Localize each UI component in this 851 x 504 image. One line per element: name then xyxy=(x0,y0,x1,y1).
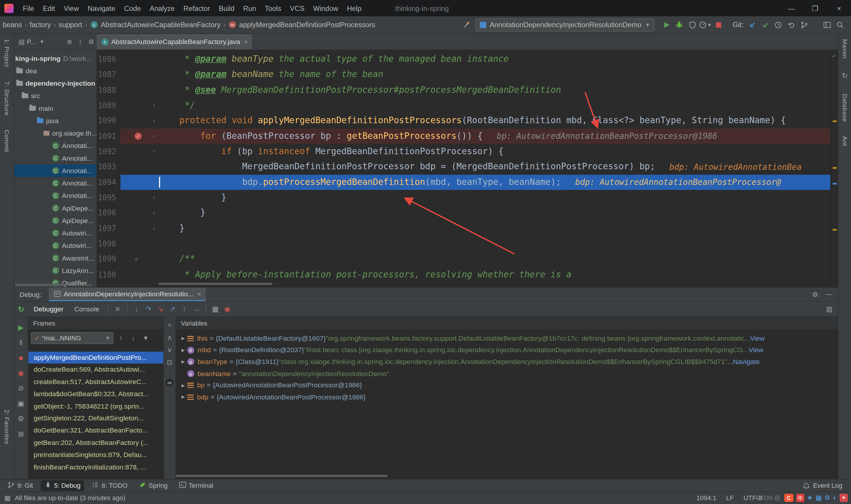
breadcrumb-item[interactable]: support xyxy=(58,21,83,29)
stripe-button-database[interactable]: Database xyxy=(841,94,848,122)
line-number[interactable]: 1097 xyxy=(97,221,121,236)
stripe-button-favorites[interactable]: 2: Favorites xyxy=(3,410,10,444)
stack-frame[interactable]: applyMergedBeanDefinitionPostPro... xyxy=(29,352,163,364)
stack-frame[interactable]: finishBeanFactoryInitialization:878, ... xyxy=(29,461,163,473)
stripe-button-commit[interactable]: Commit xyxy=(3,129,10,152)
line-number[interactable]: 1098 xyxy=(97,236,121,251)
step-into-icon[interactable]: ↘ xyxy=(155,305,166,313)
tree-item[interactable]: CAnnotati... xyxy=(14,140,97,152)
menu-view[interactable]: View xyxy=(59,0,83,16)
editor-gutter[interactable] xyxy=(121,175,159,190)
menu-vcs[interactable]: VCS xyxy=(286,0,309,16)
toolwindow-button-git[interactable]: 9: Git xyxy=(4,480,37,491)
show-watches-icon[interactable]: ∞ xyxy=(165,379,174,386)
breadcrumb-item[interactable]: AbstractAutowireCapableBeanFactory xyxy=(101,21,221,29)
gear-icon[interactable]: ⚙ xyxy=(86,38,97,46)
tree-item[interactable]: CAutowiri... xyxy=(14,239,97,252)
tree-item[interactable]: CAnnotati... xyxy=(14,190,97,202)
show-execution-point-icon[interactable]: ↓ xyxy=(131,305,142,313)
variables-horizontal-scrollbar[interactable] xyxy=(176,475,387,477)
fold-icon[interactable]: ∨ xyxy=(152,134,155,139)
resume-icon[interactable]: ▶ xyxy=(18,324,24,332)
line-number[interactable]: 1099 xyxy=(97,251,121,267)
editor-gutter[interactable] xyxy=(121,67,159,83)
line-number[interactable]: 1088 xyxy=(97,83,121,98)
editor-gutter[interactable] xyxy=(121,267,159,282)
toolwindow-button-todo[interactable]: 6: TODO xyxy=(88,480,131,491)
variable-row[interactable]: ▶pmbd={RootBeanDefinition@2037} "Root be… xyxy=(176,344,838,356)
fold-icon[interactable]: ∧ xyxy=(152,226,155,231)
pause-icon[interactable]: ‖ xyxy=(19,339,22,347)
code-line[interactable]: 1087 * @param beanName the name of the b… xyxy=(97,67,830,83)
tree-item[interactable]: CAnnotati... xyxy=(14,177,97,190)
tree-item[interactable]: king-in-springD:\work... xyxy=(14,52,97,65)
tree-item[interactable]: CLazyAnn... xyxy=(14,264,97,276)
expand-arrow-icon[interactable]: ▶ xyxy=(179,383,187,388)
editor-gutter[interactable]: ∨ xyxy=(121,144,159,159)
tree-item[interactable]: org.xiaoge.th... xyxy=(14,127,97,140)
debug-session-tab[interactable]: AnnotationDependencyInjectionResolutio..… xyxy=(49,287,206,301)
editor-gutter[interactable] xyxy=(121,51,159,67)
stripe-mark[interactable] xyxy=(833,121,837,122)
rerun-icon[interactable]: ↻ xyxy=(14,305,29,313)
run-to-cursor-icon[interactable]: → xyxy=(190,305,202,313)
stripe-mark[interactable] xyxy=(833,183,837,185)
line-number[interactable]: 1089 xyxy=(97,98,121,113)
gear-icon[interactable]: ⚙ xyxy=(812,290,818,299)
code-line[interactable]: 1099≡ /** xyxy=(97,251,830,267)
git-update-icon[interactable] xyxy=(746,19,759,31)
breadcrumb-item[interactable]: factory xyxy=(29,21,51,29)
run-configuration-select[interactable]: AnnotationDependencyInjectionResolutionD… xyxy=(475,18,654,31)
variable-row[interactable]: ▶this={DefaultListableBeanFactory@1607} … xyxy=(176,332,838,344)
mute-breakpoints-icon[interactable]: ◉ xyxy=(221,305,233,313)
line-number[interactable]: 1087 xyxy=(97,67,121,83)
stop-button[interactable] xyxy=(712,19,725,31)
code-line[interactable]: 1091✓∨ for (BeanPostProcessor bp : getBe… xyxy=(97,128,830,144)
toolwindow-button-debug[interactable]: 5: Debug xyxy=(40,480,84,491)
line-number[interactable]: 1100 xyxy=(97,267,121,282)
expand-icon[interactable]: ∨ xyxy=(167,346,172,354)
maximize-button[interactable]: ❐ xyxy=(803,0,827,16)
line-number[interactable]: 1091 xyxy=(97,128,121,144)
debug-button[interactable] xyxy=(673,19,686,31)
editor-gutter[interactable] xyxy=(121,159,159,175)
view-breakpoints-icon[interactable]: ▦ xyxy=(210,305,221,313)
mute-breakpoints-icon[interactable]: ⊘ xyxy=(18,384,24,392)
code-line[interactable]: 1092∨ if (bp instanceof MergedBeanDefini… xyxy=(97,144,830,159)
expand-arrow-icon[interactable]: ▶ xyxy=(179,360,187,364)
editor-horizontal-scrollbar[interactable] xyxy=(158,283,272,285)
step-out-icon[interactable]: ↗ xyxy=(166,305,178,313)
tree-item[interactable]: src xyxy=(14,90,97,102)
stack-frame[interactable]: doGetBean:321, AbstractBeanFacto... xyxy=(29,425,163,437)
view-breakpoints-icon[interactable]: ◉ xyxy=(18,369,24,377)
drop-frame-icon[interactable]: ↑ xyxy=(179,305,190,313)
project-horizontal-scrollbar[interactable] xyxy=(15,284,65,286)
layout-icon[interactable] xyxy=(820,19,834,31)
tree-item[interactable]: CApiDepe... xyxy=(14,215,97,227)
tree-item[interactable]: CAnnotati... xyxy=(14,165,97,177)
coverage-button[interactable] xyxy=(686,19,699,31)
code-line[interactable]: 1100 * Apply before-instantiation post-p… xyxy=(97,267,830,282)
copy-icon[interactable]: ⊡ xyxy=(167,359,172,366)
stack-frame[interactable]: getBean:202, AbstractBeanFactory (... xyxy=(29,437,163,449)
editor-gutter[interactable] xyxy=(121,83,159,98)
stripe-mark[interactable] xyxy=(833,167,837,169)
event-log-button[interactable]: Event Log xyxy=(802,482,842,489)
editor-error-stripe[interactable]: ✓ xyxy=(830,50,838,287)
gear-icon[interactable]: ⚙ xyxy=(18,414,24,423)
editor-gutter[interactable] xyxy=(121,236,159,251)
stack-frame[interactable]: getSingleton:222, DefaultSingleton... xyxy=(29,412,163,425)
fold-icon[interactable]: ∧ xyxy=(152,211,155,216)
close-button[interactable]: × xyxy=(827,0,851,16)
editor-gutter[interactable]: ∧ xyxy=(121,98,159,113)
build-hammer-icon[interactable] xyxy=(460,19,473,31)
menu-window[interactable]: Window xyxy=(309,0,342,16)
editor-gutter[interactable]: ∧ xyxy=(121,221,159,236)
fold-icon[interactable]: ∨ xyxy=(152,149,155,154)
line-ending[interactable]: LF xyxy=(726,494,734,502)
tree-item[interactable]: CApiDepe... xyxy=(14,202,97,214)
code-line[interactable]: 1097∧ } xyxy=(97,221,830,236)
breadcrumb-item[interactable]: beans xyxy=(2,21,22,29)
line-number[interactable]: 1096 xyxy=(97,205,121,221)
toolwindow-button-terminal[interactable]: Terminal xyxy=(175,480,217,491)
